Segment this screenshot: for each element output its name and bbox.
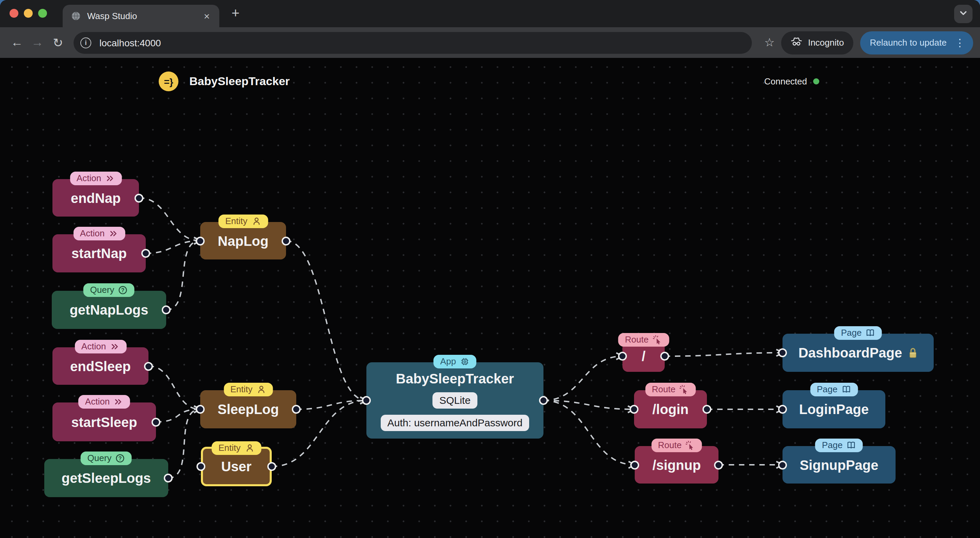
connection-handle-left-LoginPage[interactable] bbox=[778, 405, 787, 414]
connection-handle-left-NapLog[interactable] bbox=[196, 236, 205, 245]
connection-handle-right-User[interactable] bbox=[267, 462, 276, 471]
connection-handle-right-route-root[interactable] bbox=[660, 352, 669, 361]
connection-handle-left-route-root[interactable] bbox=[618, 352, 627, 361]
badge-label: Action bbox=[76, 173, 101, 184]
node-label: /signup bbox=[652, 457, 701, 472]
node-User[interactable]: EntityUser bbox=[201, 447, 272, 486]
node-App[interactable]: AppBabySleepTrackerSQLiteAuth: usernameA… bbox=[366, 362, 544, 439]
connection-handle-left-App[interactable] bbox=[362, 396, 371, 405]
badge-label: Route bbox=[658, 440, 681, 451]
connection-handle-left-SignupPage[interactable] bbox=[778, 460, 787, 469]
route-badge: Route bbox=[651, 439, 702, 452]
relaunch-to-update-button[interactable]: Relaunch to update ⋮ bbox=[860, 31, 973, 54]
node-route-root[interactable]: Route/ bbox=[622, 341, 665, 372]
badge-label: Action bbox=[85, 396, 110, 407]
diagram-canvas[interactable]: =} BabySleepTracker Connected ActionendN… bbox=[0, 58, 980, 538]
back-button[interactable]: ← bbox=[7, 32, 27, 53]
svg-text:?: ? bbox=[122, 287, 125, 293]
browser-menu-icon[interactable]: ⋮ bbox=[949, 37, 970, 49]
book-icon bbox=[842, 385, 851, 394]
connection-handle-left-DashboardPage[interactable] bbox=[778, 349, 787, 357]
action-badge: Action bbox=[78, 395, 130, 409]
chip-icon bbox=[460, 357, 469, 366]
badge-label: Entity bbox=[225, 216, 247, 227]
connection-handle-right-route-login[interactable] bbox=[703, 405, 711, 414]
forward-button[interactable]: → bbox=[27, 32, 48, 53]
action-badge: Action bbox=[70, 172, 122, 185]
double-chevron-icon bbox=[105, 173, 115, 183]
query-badge: Query? bbox=[81, 452, 132, 465]
incognito-icon bbox=[791, 37, 803, 48]
edge-endNap-NapLog bbox=[139, 198, 200, 241]
connection-handle-right-getNapLogs[interactable] bbox=[162, 306, 170, 314]
bookmark-star-icon[interactable]: ☆ bbox=[757, 35, 781, 50]
new-tab-button[interactable]: + bbox=[228, 5, 243, 21]
maximize-window-button[interactable] bbox=[38, 9, 47, 18]
double-chevron-icon bbox=[110, 342, 119, 352]
tab-search-button[interactable] bbox=[954, 5, 972, 23]
node-DashboardPage[interactable]: PageDashboardPage bbox=[783, 334, 934, 372]
badge-label: Page bbox=[822, 440, 843, 451]
connection-handle-right-startNap[interactable] bbox=[141, 249, 150, 258]
question-icon: ? bbox=[118, 285, 128, 295]
edge-route-root-DashboardPage bbox=[665, 353, 783, 356]
close-window-button[interactable] bbox=[10, 9, 18, 18]
node-LoginPage[interactable]: PageLoginPage bbox=[783, 390, 885, 428]
node-label: SignupPage bbox=[800, 457, 878, 472]
entity-badge: Entity bbox=[218, 215, 268, 228]
connection-handle-right-NapLog[interactable] bbox=[282, 236, 290, 245]
node-label: SleepLog bbox=[218, 402, 279, 417]
incognito-label: Incognito bbox=[808, 37, 844, 48]
browser-tab[interactable]: Wasp Studio × bbox=[63, 5, 219, 27]
edge-endSleep-SleepLog bbox=[148, 366, 200, 409]
connection-handle-right-getSleepLogs[interactable] bbox=[164, 474, 173, 482]
connection-handle-right-endSleep[interactable] bbox=[144, 361, 153, 371]
edge-App-route-login bbox=[544, 400, 634, 409]
question-icon: ? bbox=[115, 454, 125, 463]
double-chevron-icon bbox=[109, 229, 118, 238]
cursor-click-icon bbox=[686, 441, 695, 450]
incognito-badge: Incognito bbox=[781, 31, 854, 54]
node-SignupPage[interactable]: PageSignupPage bbox=[783, 446, 896, 484]
node-route-signup[interactable]: Route/signup bbox=[635, 446, 719, 484]
connection-handle-left-User[interactable] bbox=[196, 462, 205, 471]
connection-handle-right-App[interactable] bbox=[539, 396, 548, 405]
node-endNap[interactable]: ActionendNap bbox=[52, 179, 139, 216]
connection-handle-left-SleepLog[interactable] bbox=[196, 405, 205, 414]
connection-handle-right-startSleep[interactable] bbox=[151, 417, 161, 426]
status-dot bbox=[813, 78, 819, 84]
minimize-window-button[interactable] bbox=[24, 9, 33, 18]
connection-handle-left-route-signup[interactable] bbox=[630, 460, 639, 469]
address-bar[interactable]: i localhost:4000 bbox=[73, 32, 752, 54]
connection-handle-right-route-signup[interactable] bbox=[714, 460, 723, 469]
book-icon bbox=[865, 328, 875, 338]
badge-label: Entity bbox=[230, 384, 252, 395]
site-info-button[interactable]: i bbox=[78, 34, 94, 51]
status-label: Connected bbox=[764, 76, 807, 86]
node-getSleepLogs[interactable]: Query?getSleepLogs bbox=[44, 459, 168, 497]
edge-getNapLogs-NapLog bbox=[166, 241, 200, 310]
node-SleepLog[interactable]: EntitySleepLog bbox=[200, 390, 296, 428]
page-badge: Page bbox=[834, 326, 882, 340]
page-badge: Page bbox=[815, 439, 863, 452]
chevron-down-icon bbox=[959, 8, 968, 20]
browser-window: Wasp Studio × + ← → ↻ i localhost:4000 ☆ bbox=[0, 0, 980, 538]
node-route-login[interactable]: Route/login bbox=[634, 390, 707, 428]
node-label: /login bbox=[652, 402, 689, 417]
connection-handle-right-endNap[interactable] bbox=[135, 193, 143, 202]
node-startNap[interactable]: ActionstartNap bbox=[52, 234, 146, 272]
node-endSleep[interactable]: ActionendSleep bbox=[52, 347, 148, 385]
node-startSleep[interactable]: ActionstartSleep bbox=[52, 403, 156, 441]
connection-handle-right-SleepLog[interactable] bbox=[292, 405, 301, 414]
relaunch-label: Relaunch to update bbox=[870, 37, 947, 48]
query-badge: Query? bbox=[83, 283, 135, 297]
info-icon: i bbox=[80, 37, 91, 48]
connection-handle-left-route-login[interactable] bbox=[630, 405, 638, 414]
node-getNapLogs[interactable]: Query?getNapLogs bbox=[52, 291, 166, 329]
entity-badge: Entity bbox=[223, 383, 273, 396]
reload-button[interactable]: ↻ bbox=[48, 32, 68, 53]
node-NapLog[interactable]: EntityNapLog bbox=[200, 222, 286, 259]
window-controls bbox=[10, 9, 47, 18]
edge-startNap-NapLog bbox=[146, 241, 200, 253]
tab-close-icon[interactable]: × bbox=[201, 10, 213, 22]
